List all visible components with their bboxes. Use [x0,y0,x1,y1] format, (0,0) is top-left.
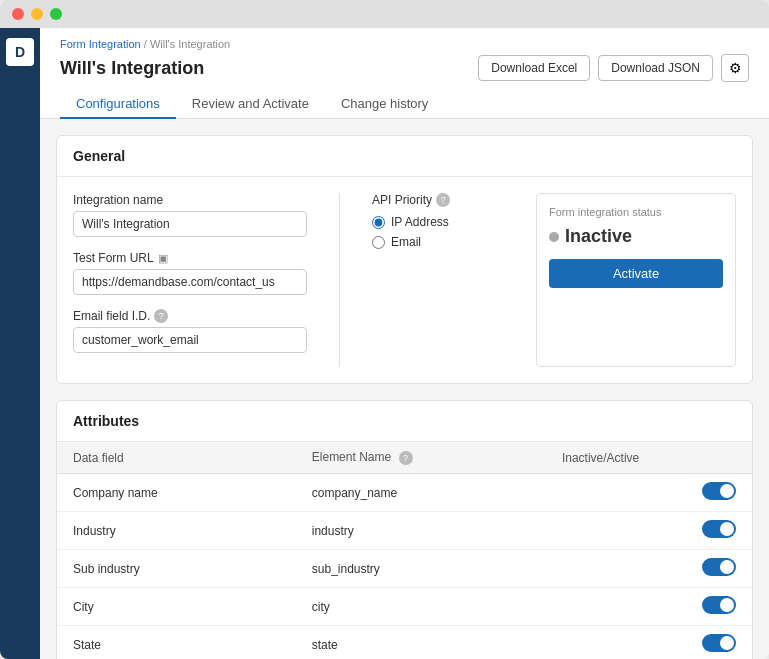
general-card-body: Integration name Test Form URL ▣ [57,177,752,383]
general-left: Integration name Test Form URL ▣ [73,193,307,367]
integration-name-input[interactable] [73,211,307,237]
status-dot [549,232,559,242]
tab-configurations[interactable]: Configurations [60,90,176,119]
minimize-button[interactable] [31,8,43,20]
attributes-card: Attributes Data field Element Name ? Ina… [56,400,753,659]
toggle-switch[interactable] [702,520,736,538]
integration-name-label: Integration name [73,193,307,207]
header-top: Will's Integration Download Excel Downlo… [60,54,749,82]
cell-data-field: State [57,626,296,660]
test-form-url-input[interactable] [73,269,307,295]
general-layout: Integration name Test Form URL ▣ [73,193,736,367]
cell-data-field: City [57,588,296,626]
toggle-switch[interactable] [702,482,736,500]
radio-ip-input[interactable] [372,216,385,229]
toggle-knob [720,522,734,536]
settings-button[interactable]: ⚙ [721,54,749,82]
api-priority-label: API Priority ? [372,193,512,207]
titlebar [0,0,769,28]
general-card: General Integration name [56,135,753,384]
col-header-data-field: Data field [57,442,296,474]
cell-element-name: city [296,588,546,626]
status-text: Inactive [565,226,632,247]
close-button[interactable] [12,8,24,20]
maximize-button[interactable] [50,8,62,20]
download-json-button[interactable]: Download JSON [598,55,713,81]
cell-element-name: company_name [296,474,546,512]
header-actions: Download Excel Download JSON ⚙ [478,54,749,82]
toggle-knob [720,560,734,574]
email-field-input[interactable] [73,327,307,353]
breadcrumb: Form Integration / Will's Integration [60,38,749,50]
toggle-knob [720,484,734,498]
content-area: General Integration name [40,119,769,659]
toggle-knob [720,598,734,612]
general-divider [339,193,340,367]
table-row: Company namecompany_name [57,474,752,512]
element-name-help-icon[interactable]: ? [399,451,413,465]
col-header-element-name: Element Name ? [296,442,546,474]
cell-element-name: industry [296,512,546,550]
table-header-row: Data field Element Name ? Inactive/Activ… [57,442,752,474]
cell-element-name: sub_industry [296,550,546,588]
page-title: Will's Integration [60,58,204,79]
cell-toggle [546,512,752,550]
toggle-switch[interactable] [702,634,736,652]
general-card-header: General [57,136,752,177]
cell-data-field: Company name [57,474,296,512]
tab-history[interactable]: Change history [325,90,444,119]
copy-icon[interactable]: ▣ [158,252,168,265]
test-form-url-label: Test Form URL ▣ [73,251,307,265]
table-row: Statestate [57,626,752,660]
status-value: Inactive [549,226,723,247]
app-body: D Form Integration / Will's Integration … [0,28,769,659]
table-row: Citycity [57,588,752,626]
general-middle: API Priority ? IP Address [372,193,512,367]
cell-toggle [546,550,752,588]
attributes-table-body: Company namecompany_nameIndustryindustry… [57,474,752,660]
attributes-table: Data field Element Name ? Inactive/Activ… [57,442,752,659]
api-priority-help-icon[interactable]: ? [436,193,450,207]
col-header-inactive-active: Inactive/Active [546,442,752,474]
radio-email[interactable]: Email [372,235,512,249]
radio-email-label: Email [391,235,421,249]
email-field-help-icon[interactable]: ? [154,309,168,323]
breadcrumb-parent-link[interactable]: Form Integration [60,38,141,50]
cell-data-field: Sub industry [57,550,296,588]
cell-data-field: Industry [57,512,296,550]
integration-name-group: Integration name [73,193,307,237]
tabs: Configurations Review and Activate Chang… [60,90,749,118]
toggle-knob [720,636,734,650]
radio-ip-label: IP Address [391,215,449,229]
header: Form Integration / Will's Integration Wi… [40,28,769,119]
form-integration-status-card: Form integration status Inactive Activat… [536,193,736,367]
radio-email-input[interactable] [372,236,385,249]
sidebar: D [0,28,40,659]
cell-toggle [546,588,752,626]
download-excel-button[interactable]: Download Excel [478,55,590,81]
cell-element-name: state [296,626,546,660]
gear-icon: ⚙ [729,60,742,76]
cell-toggle [546,474,752,512]
status-label: Form integration status [549,206,723,218]
breadcrumb-current: Will's Integration [150,38,230,50]
main-content: Form Integration / Will's Integration Wi… [40,28,769,659]
app-window: D Form Integration / Will's Integration … [0,0,769,659]
toggle-switch[interactable] [702,558,736,576]
cell-toggle [546,626,752,660]
sidebar-logo: D [6,38,34,66]
tab-review[interactable]: Review and Activate [176,90,325,119]
test-form-url-group: Test Form URL ▣ [73,251,307,295]
table-row: Sub industrysub_industry [57,550,752,588]
toggle-switch[interactable] [702,596,736,614]
api-priority-radio-group: IP Address Email [372,215,512,249]
table-row: Industryindustry [57,512,752,550]
email-field-label: Email field I.D. ? [73,309,307,323]
activate-button[interactable]: Activate [549,259,723,288]
attributes-card-header: Attributes [57,401,752,442]
radio-ip-address[interactable]: IP Address [372,215,512,229]
email-field-group: Email field I.D. ? [73,309,307,353]
